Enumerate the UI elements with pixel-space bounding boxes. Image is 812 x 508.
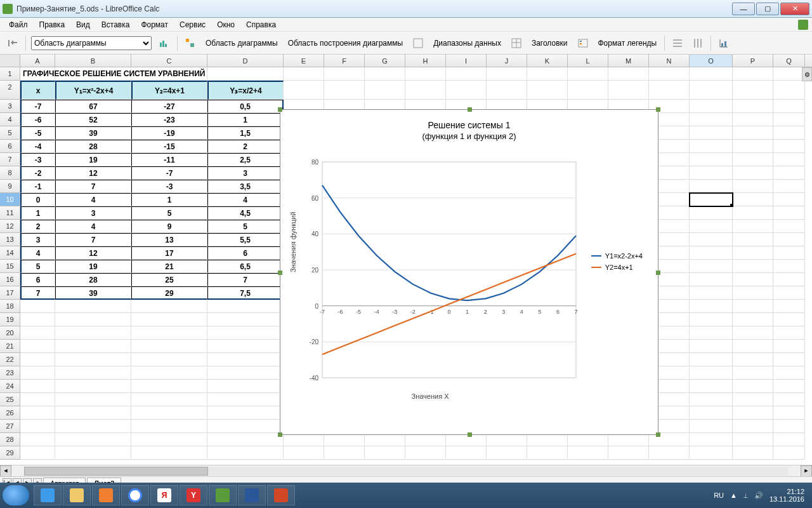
scroll-left-button[interactable]: ◄	[0, 465, 11, 477]
format-selection-icon[interactable]	[183, 36, 198, 51]
cell-Q4[interactable]	[773, 113, 805, 126]
menu-format[interactable]: Формат	[136, 19, 173, 30]
cell-O11[interactable]	[690, 206, 733, 220]
data-table-icon[interactable]	[509, 36, 524, 51]
cell-P13[interactable]	[733, 233, 773, 246]
plot-area-button[interactable]: Область построения диаграммы	[285, 39, 406, 48]
update-icon[interactable]	[798, 20, 808, 30]
cell-L28[interactable]	[568, 433, 608, 446]
cell-O24[interactable]	[690, 380, 733, 393]
cell-B18[interactable]	[55, 300, 131, 313]
cell-Q14[interactable]	[773, 246, 805, 260]
cell-B16[interactable]: 28	[55, 273, 131, 286]
cell-B5[interactable]: 39	[55, 126, 131, 140]
cell-P27[interactable]	[733, 420, 773, 433]
cell-C9[interactable]: -3	[131, 180, 207, 193]
cell-Q10[interactable]	[773, 193, 805, 206]
cell-B7[interactable]: 19	[55, 153, 131, 166]
cell-P15[interactable]	[733, 260, 773, 273]
cell-L2[interactable]	[568, 81, 608, 100]
cell-G2[interactable]	[365, 81, 405, 100]
start-button[interactable]	[3, 485, 29, 505]
cell-Q3[interactable]	[773, 100, 805, 113]
data-ranges-button[interactable]: Диапазоны данных	[431, 39, 504, 48]
cell-K29[interactable]	[527, 446, 568, 460]
cell-M2[interactable]	[608, 81, 649, 100]
cell-H1[interactable]	[405, 67, 446, 81]
row-header-8[interactable]: 8	[0, 166, 20, 180]
cell-B9[interactable]: 7	[55, 180, 131, 193]
chart-ylabel[interactable]: Значения функций	[289, 211, 297, 272]
cell-B3[interactable]: 67	[55, 100, 131, 113]
cell-D12[interactable]: 5	[207, 220, 284, 233]
cell-C27[interactable]	[131, 420, 207, 433]
cell-O6[interactable]	[690, 140, 733, 153]
cell-A18[interactable]	[20, 300, 55, 313]
cell-Q19[interactable]	[773, 313, 805, 326]
cell-O27[interactable]	[690, 420, 733, 433]
row-header-20[interactable]: 20	[0, 326, 20, 340]
cell-K28[interactable]	[527, 433, 568, 446]
cell-A22[interactable]	[20, 353, 55, 366]
legend-toggle-icon[interactable]	[575, 36, 591, 51]
cell-G1[interactable]	[365, 67, 405, 81]
cell-P25[interactable]	[733, 393, 773, 406]
cell-E2[interactable]	[284, 81, 324, 100]
cell-D18[interactable]	[207, 300, 284, 313]
cell-Q1[interactable]	[773, 67, 805, 81]
cell-I1[interactable]	[446, 67, 487, 81]
cell-B29[interactable]	[55, 446, 131, 460]
row-header-10[interactable]: 10	[0, 193, 20, 206]
cell-M29[interactable]	[608, 446, 649, 460]
cell-O18[interactable]	[690, 300, 733, 313]
cell-O9[interactable]	[690, 180, 733, 193]
cell-O16[interactable]	[690, 273, 733, 286]
cell-P28[interactable]	[733, 433, 773, 446]
col-header-Q[interactable]: Q	[773, 55, 805, 67]
cell-J2[interactable]	[487, 81, 527, 100]
row-header-27[interactable]: 27	[0, 420, 20, 433]
cell-A23[interactable]	[20, 366, 55, 380]
cell-F29[interactable]	[324, 446, 365, 460]
cell-P9[interactable]	[733, 180, 773, 193]
cell-B13[interactable]: 7	[55, 233, 131, 246]
cell-D7[interactable]: 2,5	[207, 153, 284, 166]
legend-format-button[interactable]: Формат легенды	[596, 39, 660, 48]
cell-A11[interactable]: 1	[20, 206, 55, 220]
cell-C4[interactable]: -23	[131, 113, 207, 126]
cell-D21[interactable]	[207, 340, 284, 353]
menu-file[interactable]: Файл	[4, 19, 33, 30]
cell-D13[interactable]: 5,5	[207, 233, 284, 246]
cell-P20[interactable]	[733, 326, 773, 340]
cell-O13[interactable]	[690, 233, 733, 246]
cell-A4[interactable]: -6	[20, 113, 55, 126]
cell-C13[interactable]: 13	[131, 233, 207, 246]
cell-O1[interactable]	[690, 67, 733, 81]
spreadsheet-grid[interactable]: 1ГРАФИЧЕСКОЕ РЕШЕНИЕ СИСТЕМ УРАВНЕНИЙ2xY…	[0, 67, 812, 464]
chart-object[interactable]: Решение системы 1 (функция 1 и функция 2…	[280, 109, 658, 435]
cell-Q15[interactable]	[773, 260, 805, 273]
cell-A3[interactable]: -7	[20, 100, 55, 113]
cell-F28[interactable]	[324, 433, 365, 446]
cell-B12[interactable]: 4	[55, 220, 131, 233]
tray-volume-icon[interactable]: 🔊	[754, 491, 763, 500]
cell-O10[interactable]	[690, 193, 733, 206]
hgrid-icon[interactable]	[670, 36, 685, 51]
cell-A29[interactable]	[20, 446, 55, 460]
cell-O8[interactable]	[690, 166, 733, 180]
cell-B2[interactable]: Y₁=x²-2x+4	[55, 81, 131, 100]
task-chrome[interactable]	[121, 485, 149, 505]
cell-J28[interactable]	[487, 433, 527, 446]
task-calc[interactable]	[209, 485, 237, 505]
cell-D16[interactable]: 7	[207, 273, 284, 286]
cell-O23[interactable]	[690, 366, 733, 380]
chart-xlabel[interactable]: Значения X	[284, 392, 576, 400]
col-header-K[interactable]: K	[527, 55, 568, 67]
task-yabrowser[interactable]: Y	[180, 485, 207, 505]
cell-P18[interactable]	[733, 300, 773, 313]
row-header-24[interactable]: 24	[0, 380, 20, 393]
cell-P5[interactable]	[733, 126, 773, 140]
cell-D8[interactable]: 3	[207, 166, 284, 180]
row-header-2[interactable]: 2	[0, 81, 20, 100]
cell-C6[interactable]: -15	[131, 140, 207, 153]
